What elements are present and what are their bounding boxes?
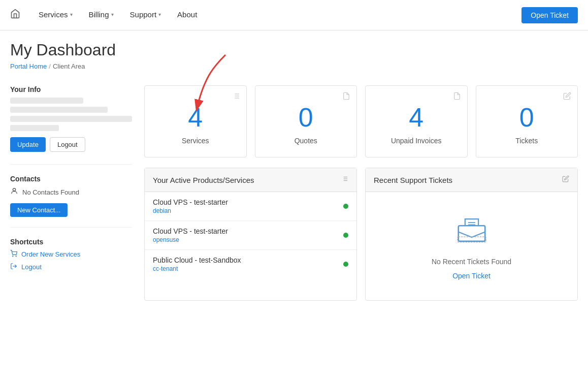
support-tickets-header: Recent Support Tickets [366, 168, 577, 192]
invoice-icon [453, 92, 461, 102]
quotes-count: 0 [264, 94, 349, 137]
shortcut-logout[interactable]: Logout [10, 263, 132, 271]
sidebar: Your Info Update Logout Contacts No Cont… [10, 85, 132, 301]
status-dot-1 [343, 233, 348, 238]
logout-button-sidebar-top[interactable]: Logout [50, 137, 85, 152]
active-services-panel: Your Active Products/Services Cloud VPS … [144, 168, 357, 301]
service-sub-2: cc-tenant [153, 265, 241, 272]
pencil-icon [563, 92, 571, 102]
update-button[interactable]: Update [10, 137, 46, 152]
service-item-2[interactable]: Public Cloud - test-Sandbox cc-tenant [145, 250, 356, 278]
content-area: 4 Services 0 Quotes 4 Unpaid Invoices [144, 85, 578, 301]
stat-card-quotes[interactable]: 0 Quotes [255, 85, 357, 157]
logout-icon [10, 263, 17, 271]
open-ticket-button[interactable]: Open Ticket [521, 7, 578, 23]
nav-item-billing[interactable]: Billing ▾ [81, 0, 122, 30]
new-contact-button[interactable]: New Contact... [10, 203, 68, 217]
service-item-0[interactable]: Cloud VPS - test-starter debian [145, 192, 356, 221]
empty-tickets-icon [454, 212, 489, 249]
stat-card-tickets[interactable]: 0 Tickets [476, 85, 578, 157]
quotes-label: Quotes [264, 137, 349, 149]
breadcrumb-separator: / [49, 62, 51, 70]
contacts-section: Contacts No Contacts Found New Contact..… [10, 175, 132, 217]
no-tickets-text: No Recent Tickets Found [432, 258, 511, 266]
breadcrumb-client-area: Client Area [53, 62, 85, 70]
home-icon[interactable] [10, 9, 20, 21]
tickets-count: 0 [484, 94, 570, 137]
person-icon [10, 187, 18, 197]
nav-left: Services ▾ Billing ▾ Support ▾ About [10, 0, 205, 30]
service-name-2: Public Cloud - test-Sandbox [153, 256, 241, 264]
stat-card-invoices[interactable]: 4 Unpaid Invoices [365, 85, 468, 157]
main-container: Your Info Update Logout Contacts No Cont… [0, 70, 588, 311]
status-dot-2 [343, 262, 348, 267]
contacts-title: Contacts [10, 175, 132, 183]
service-sub-1: opensuse [153, 236, 228, 243]
your-info-title: Your Info [10, 85, 132, 93]
nav-item-support[interactable]: Support ▾ [122, 0, 170, 30]
breadcrumb-portal-home[interactable]: Portal Home [10, 62, 47, 70]
user-email-line [10, 107, 108, 113]
services-label: Services [153, 137, 238, 149]
tickets-label: Tickets [484, 137, 570, 149]
sidebar-buttons: Update Logout [10, 137, 132, 152]
breadcrumb: Portal Home / Client Area [10, 62, 578, 70]
service-name-0: Cloud VPS - test-starter [153, 198, 228, 206]
chevron-down-icon: ▾ [70, 12, 73, 17]
sidebar-divider-2 [10, 227, 132, 228]
support-tickets-panel: Recent Support Tickets [365, 168, 578, 301]
sidebar-divider-1 [10, 164, 132, 165]
chevron-down-icon: ▾ [111, 12, 114, 17]
no-contacts: No Contacts Found [10, 187, 132, 197]
shortcuts-section: Shortcuts Order New Services Logout [10, 238, 132, 271]
shortcut-order-services[interactable]: Order New Services [10, 250, 132, 259]
page-header: My Dashboard Portal Home / Client Area [0, 30, 588, 70]
svg-point-2 [16, 256, 16, 257]
chevron-down-icon: ▾ [158, 12, 161, 17]
service-sub-0: debian [153, 207, 228, 214]
services-count: 4 [153, 94, 238, 137]
support-tickets-title: Recent Support Tickets [374, 176, 452, 184]
invoices-label: Unpaid Invoices [374, 137, 459, 149]
stat-card-services[interactable]: 4 Services [144, 85, 247, 157]
navbar: Services ▾ Billing ▾ Support ▾ About Ope… [0, 0, 588, 30]
nav-item-services[interactable]: Services ▾ [30, 0, 81, 30]
cart-icon [10, 250, 17, 259]
service-name-1: Cloud VPS - test-starter [153, 227, 228, 235]
user-name-line [10, 98, 83, 104]
tickets-empty-state: No Recent Tickets Found Open Ticket [366, 192, 577, 300]
svg-point-0 [13, 188, 15, 191]
active-services-header: Your Active Products/Services [145, 168, 356, 192]
services-panel-icon [341, 175, 348, 184]
svg-point-1 [13, 256, 13, 257]
shortcuts-title: Shortcuts [10, 238, 132, 246]
user-extra-line [10, 125, 59, 131]
user-address-line [10, 116, 132, 122]
tickets-panel-icon [562, 175, 569, 184]
bottom-panels: Your Active Products/Services Cloud VPS … [144, 168, 578, 301]
service-item-1[interactable]: Cloud VPS - test-starter opensuse [145, 221, 356, 250]
document-icon [342, 92, 350, 102]
stat-cards: 4 Services 0 Quotes 4 Unpaid Invoices [144, 85, 578, 157]
nav-item-about[interactable]: About [169, 0, 205, 30]
invoices-count: 4 [374, 94, 459, 137]
list-icon [232, 92, 240, 102]
page-title: My Dashboard [10, 41, 578, 59]
active-services-title: Your Active Products/Services [153, 176, 254, 184]
open-ticket-link[interactable]: Open Ticket [452, 272, 491, 280]
status-dot-0 [343, 204, 348, 209]
